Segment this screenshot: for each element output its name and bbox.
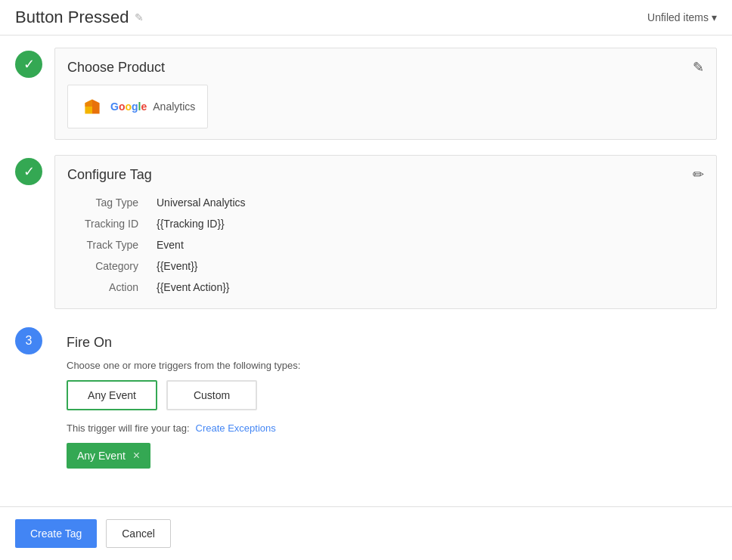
remove-trigger-icon[interactable]: × bbox=[133, 449, 140, 463]
create-exceptions-link[interactable]: Create Exceptions bbox=[196, 422, 276, 434]
any-event-trigger-button[interactable]: Any Event bbox=[67, 380, 157, 410]
ga-analytics-text: Analytics bbox=[153, 101, 195, 113]
configure-tag-body: Configure Tag ✏ Tag Type Universal Analy… bbox=[54, 155, 717, 309]
field-value-action: {{Event Action}} bbox=[150, 277, 704, 298]
field-label-action: Action bbox=[67, 277, 150, 298]
field-label-track-type: Track Type bbox=[67, 234, 150, 255]
field-value-tracking-id: {{Tracking ID}} bbox=[150, 213, 704, 234]
ga-logo bbox=[80, 94, 104, 119]
field-label-category: Category bbox=[67, 255, 150, 277]
ga-google-text: Google bbox=[110, 101, 147, 113]
step3-number: 3 bbox=[26, 334, 33, 348]
trigger-buttons-group: Any Event Custom bbox=[67, 380, 705, 410]
google-analytics-icon bbox=[80, 94, 104, 119]
configure-tag-edit-icon[interactable]: ✏ bbox=[693, 166, 704, 183]
unfiled-chevron-icon: ▾ bbox=[712, 11, 717, 23]
table-row: Tracking ID {{Tracking ID}} bbox=[67, 213, 704, 234]
field-value-tag-type: Universal Analytics bbox=[150, 192, 704, 213]
trigger-fires-label: This trigger will fire your tag: bbox=[67, 422, 190, 434]
field-value-category: {{Event}} bbox=[150, 255, 704, 277]
custom-trigger-button[interactable]: Custom bbox=[166, 380, 257, 410]
step2-indicator: ✓ bbox=[15, 158, 42, 185]
selected-trigger-badge: Any Event × bbox=[67, 443, 150, 469]
trigger-fires-row: This trigger will fire your tag: Create … bbox=[67, 422, 705, 434]
step1-indicator: ✓ bbox=[15, 51, 42, 78]
edit-title-icon[interactable]: ✎ bbox=[135, 11, 144, 23]
choose-product-edit-icon[interactable]: ✎ bbox=[693, 59, 704, 76]
footer-bar: Create Tag Cancel bbox=[0, 506, 732, 560]
choose-product-title: Choose Product bbox=[67, 60, 165, 76]
config-table: Tag Type Universal Analytics Tracking ID… bbox=[67, 192, 704, 298]
table-row: Action {{Event Action}} bbox=[67, 277, 704, 298]
page-title-text: Button Pressed bbox=[15, 8, 129, 27]
choose-product-section: ✓ Choose Product ✎ bbox=[15, 48, 717, 140]
step1-checkmark: ✓ bbox=[23, 56, 35, 73]
unfiled-items-button[interactable]: Unfiled items ▾ bbox=[647, 11, 717, 23]
step3-indicator: 3 bbox=[15, 327, 42, 354]
configure-tag-title: Configure Tag bbox=[67, 167, 152, 183]
table-row: Track Type Event bbox=[67, 234, 704, 255]
table-row: Category {{Event}} bbox=[67, 255, 704, 277]
table-row: Tag Type Universal Analytics bbox=[67, 192, 704, 213]
fire-on-body: Fire On Choose one or more triggers from… bbox=[54, 324, 717, 479]
trigger-description: Choose one or more triggers from the fol… bbox=[67, 360, 705, 371]
cancel-button[interactable]: Cancel bbox=[106, 519, 171, 548]
field-value-track-type: Event bbox=[150, 234, 704, 255]
fire-on-section: 3 Fire On Choose one or more triggers fr… bbox=[15, 324, 717, 479]
field-label-tag-type: Tag Type bbox=[67, 192, 150, 213]
configure-tag-section: ✓ Configure Tag ✏ Tag Type Universal Ana… bbox=[15, 155, 717, 309]
field-label-tracking-id: Tracking ID bbox=[67, 213, 150, 234]
google-analytics-product-box[interactable]: Google Analytics bbox=[67, 85, 208, 128]
step2-checkmark: ✓ bbox=[23, 163, 35, 180]
selected-trigger-label: Any Event bbox=[77, 450, 126, 462]
create-tag-button[interactable]: Create Tag bbox=[15, 519, 97, 548]
fire-on-title: Fire On bbox=[67, 335, 705, 351]
choose-product-body: Choose Product ✎ bbox=[54, 48, 717, 140]
unfiled-items-label: Unfiled items bbox=[647, 11, 709, 23]
page-title: Button Pressed ✎ bbox=[15, 8, 144, 27]
